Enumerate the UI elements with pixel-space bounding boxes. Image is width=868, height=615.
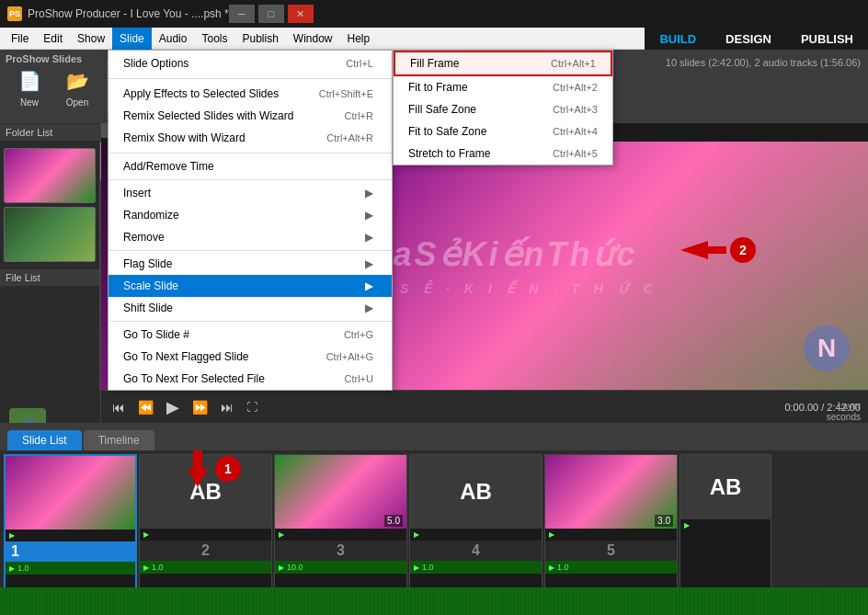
slide-4-play-icon: ▶ (414, 530, 419, 539)
menu-audio[interactable]: Audio (152, 28, 195, 50)
menu-group-2: Apply Effects to Selected Slides Ctrl+Sh… (108, 81, 392, 151)
menu-tools[interactable]: Tools (194, 28, 234, 50)
slide-thumb-4: AB 15.0 (410, 455, 542, 529)
submenu-stretch-frame[interactable]: Stretch to Frame Ctrl+Alt+5 (394, 142, 612, 165)
annotation-2: 2 (680, 237, 756, 263)
annotation-1: 1 (184, 450, 241, 487)
slide-4-time: 1.0 (422, 563, 434, 572)
slide-tabs: Slide List Timeline (0, 423, 868, 450)
menu-help[interactable]: Help (340, 28, 378, 50)
menu-sep-2 (108, 153, 392, 154)
menu-slide-options[interactable]: Slide Options Ctrl+L (108, 52, 392, 74)
scale-submenu: Fill Frame Ctrl+Alt+1 Fit to Frame Ctrl+… (393, 50, 613, 165)
menu-slide[interactable]: Slide (112, 28, 152, 50)
menu-group-1: Slide Options Ctrl+L (108, 51, 392, 76)
top-right-tabs: BUILD DESIGN PUBLISH (645, 28, 868, 50)
menu-goto-slide[interactable]: Go To Slide # Ctrl+G (108, 324, 392, 346)
tab-slide-list[interactable]: Slide List (7, 430, 82, 450)
slide-3-duration: 5.0 (384, 515, 403, 527)
slide-thumb-3: 5.0 (275, 455, 406, 529)
flower-overlay (408, 142, 868, 390)
menu-remix-selected[interactable]: Remix Selected Slides with Wizard Ctrl+R (108, 105, 392, 127)
submenu-fit-safe[interactable]: Fit to Safe Zone Ctrl+Alt+4 (394, 120, 612, 142)
badge-1: 1 (215, 456, 241, 482)
menu-add-remove-time[interactable]: Add/Remove Time (108, 155, 392, 177)
play-button[interactable]: ▶ (163, 395, 183, 419)
menu-publish[interactable]: Publish (234, 28, 285, 50)
left-thumb-2[interactable] (4, 207, 96, 262)
badge-2: 2 (730, 237, 756, 263)
open-icon: 📂 (63, 66, 92, 96)
slide-1-play-icon: ▶ (9, 531, 15, 540)
slide-4-timebar: ▶ 1.0 (410, 561, 542, 574)
minimize-button[interactable]: ─ (229, 5, 255, 23)
menu-edit[interactable]: Edit (36, 28, 70, 50)
waveform (0, 587, 868, 615)
slide-1-time: 1.0 (17, 564, 29, 573)
red-arrow-left (680, 239, 726, 261)
submenu-fill-frame[interactable]: Fill Frame Ctrl+Alt+1 (394, 51, 612, 76)
menu-shift-slide[interactable]: Shift Slide ▶ (108, 297, 392, 319)
skip-start-button[interactable]: ⏮ (108, 398, 129, 416)
submenu-fit-frame[interactable]: Fit to Frame Ctrl+Alt+2 (394, 76, 612, 98)
menu-scale-slide[interactable]: Scale Slide ▶ (108, 275, 392, 297)
menu-sep-4 (108, 250, 392, 251)
seconds-text: seconds (827, 412, 861, 422)
toolbar-open-label: Open (66, 97, 88, 108)
slide-4-number: 4 (410, 541, 542, 561)
slide-1-play: ▶ (9, 564, 15, 573)
ab-text-2: AB (460, 479, 492, 505)
slide-2-timebar: ▶ 1.0 (140, 561, 271, 574)
maximize-button[interactable]: □ (258, 5, 284, 23)
slide-5-duration: 3.0 (655, 515, 673, 527)
tab-design[interactable]: DESIGN (711, 28, 786, 50)
playback-bar: ⏮ ⏪ ▶ ⏩ ⏭ ⛶ 0:00.00 / 2:42.00 (101, 390, 868, 423)
menu-goto-selected-file[interactable]: Go To Next For Selected File Ctrl+U (108, 368, 392, 390)
menu-goto-next-flagged[interactable]: Go To Next Flagged Slide Ctrl+Alt+G (108, 346, 392, 368)
slide-1-timebar: ▶ 1.0 (6, 562, 135, 575)
slide-thumb-6: AB (680, 455, 771, 519)
menu-randomize[interactable]: Randomize ▶ (108, 204, 392, 226)
slide-6-play-icon: ▶ (684, 521, 690, 530)
tab-publish[interactable]: PUBLISH (786, 28, 868, 50)
close-button[interactable]: ✕ (288, 5, 314, 23)
menu-insert[interactable]: Insert ▶ (108, 182, 392, 204)
folder-list-header: Folder List (0, 124, 100, 141)
menu-file[interactable]: File (4, 28, 36, 50)
tab-timeline[interactable]: Timeline (84, 430, 154, 450)
status-text: 10 slides (2:42.00), 2 audio tracks (1:5… (666, 57, 861, 68)
slide-2-number: 2 (140, 541, 271, 561)
slide-4-play: ▶ (414, 564, 419, 572)
menu-window[interactable]: Window (286, 28, 340, 50)
new-icon: 📄 (15, 66, 44, 96)
menu-sep-1 (108, 78, 392, 79)
menu-remove[interactable]: Remove ▶ (108, 226, 392, 248)
tab-build[interactable]: BUILD (645, 28, 711, 50)
slide-thumb-5: 3.0 (545, 455, 677, 529)
toolbar-new[interactable]: 📄 New (7, 63, 51, 111)
app-icon: PS (7, 6, 22, 21)
slide-thumb-1 (6, 456, 135, 530)
slide-5-number: 5 (545, 541, 677, 561)
slide-2-play: ▶ (143, 564, 149, 572)
menu-sep-5 (108, 321, 392, 322)
skip-end-button[interactable]: ⏭ (217, 398, 237, 416)
menu-flag-slide[interactable]: Flag Slide ▶ (108, 253, 392, 275)
toolbar-open[interactable]: 📂 Open (55, 63, 99, 111)
menu-show[interactable]: Show (70, 28, 112, 50)
menu-remix-show[interactable]: Remix Show with Wizard Ctrl+Alt+R (108, 127, 392, 149)
slide-5-play-icon: ▶ (549, 530, 554, 539)
menu-apply-effects[interactable]: Apply Effects to Selected Slides Ctrl+Sh… (108, 83, 392, 105)
fullscreen-button[interactable]: ⛶ (243, 399, 261, 416)
ab-text-3: AB (710, 474, 742, 500)
slide-dropdown-menu: Slide Options Ctrl+L Apply Effects to Se… (108, 50, 393, 391)
next-frame-button[interactable]: ⏩ (188, 398, 211, 416)
left-thumb-1[interactable] (4, 148, 96, 203)
submenu-fill-safe[interactable]: Fill Safe Zone Ctrl+Alt+3 (394, 98, 612, 120)
svg-marker-0 (680, 241, 726, 259)
slide-1-number: 1 (6, 541, 135, 562)
wave-visual (0, 587, 868, 615)
prev-frame-button[interactable]: ⏪ (134, 398, 157, 416)
titlebar: PS ProShow Producer - I Love You - ....p… (0, 0, 868, 28)
menu-sep-3 (108, 179, 392, 180)
